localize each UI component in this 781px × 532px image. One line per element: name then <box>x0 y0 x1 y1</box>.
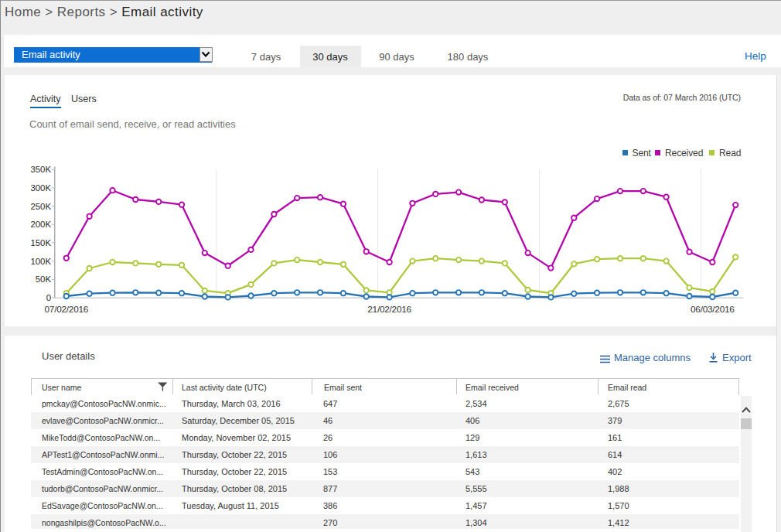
svg-text:0: 0 <box>46 293 51 302</box>
svg-text:50K: 50K <box>36 275 52 284</box>
svg-text:100K: 100K <box>30 257 51 266</box>
svg-text:06/03/2016: 06/03/2016 <box>691 304 735 315</box>
svg-text:350K: 350K <box>30 165 51 174</box>
svg-text:250K: 250K <box>30 202 51 211</box>
svg-text:21/02/2016: 21/02/2016 <box>367 304 411 315</box>
svg-text:300K: 300K <box>30 183 51 193</box>
svg-text:07/02/2016: 07/02/2016 <box>45 304 89 315</box>
svg-text:200K: 200K <box>30 220 51 229</box>
svg-text:150K: 150K <box>30 238 51 247</box>
